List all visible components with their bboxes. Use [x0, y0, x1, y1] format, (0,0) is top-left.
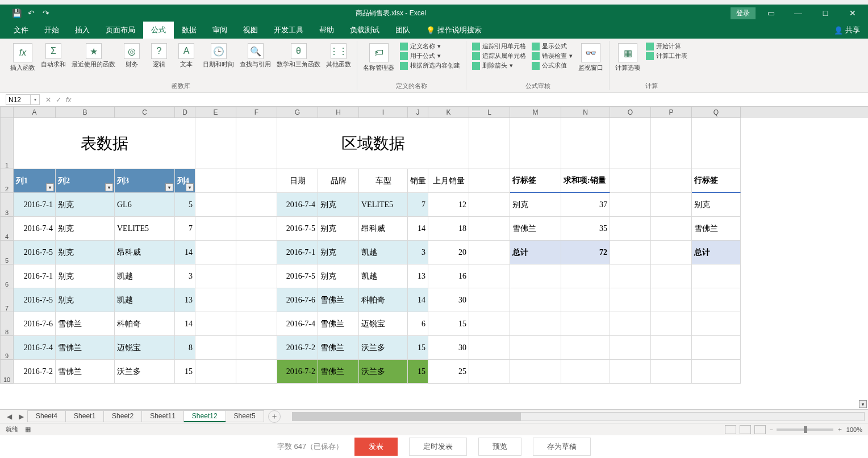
cell-Q6[interactable]: [692, 264, 741, 288]
sheet-nav-left[interactable]: ◀: [3, 413, 15, 421]
t1-brand[interactable]: 别克: [56, 264, 115, 288]
row-header-2[interactable]: 2: [0, 169, 14, 193]
col-header-E[interactable]: E: [195, 107, 236, 118]
formula-input[interactable]: [77, 93, 868, 106]
t1-date[interactable]: 2016-7-6: [14, 312, 56, 336]
t2-brand[interactable]: 雪佛兰: [318, 312, 359, 336]
show-formulas-button[interactable]: 显示公式: [532, 42, 573, 51]
pivot2-label[interactable]: 雪佛兰: [692, 217, 741, 241]
cell-L5[interactable]: [469, 241, 510, 264]
calc-options-button[interactable]: ▦计算选项: [613, 41, 642, 74]
t2-brand[interactable]: 雪佛兰: [318, 288, 359, 312]
heading-region-data[interactable]: 区域数据: [277, 118, 469, 169]
t2-date[interactable]: 2016-7-5: [277, 217, 318, 241]
table1-header-3[interactable]: 列4▾: [175, 169, 195, 193]
cell-P3[interactable]: [651, 193, 692, 217]
t1-brand[interactable]: 别克: [56, 193, 115, 217]
sheet-nav-right[interactable]: ▶: [15, 413, 27, 421]
cell-E3[interactable]: [195, 193, 236, 217]
t2-prev[interactable]: 30: [428, 336, 469, 360]
schedule-button[interactable]: 定时发表: [409, 438, 467, 456]
t1-qty[interactable]: 3: [175, 264, 195, 288]
cell-E6[interactable]: [195, 264, 236, 288]
cell-P5[interactable]: [651, 241, 692, 264]
cell-L7[interactable]: [469, 288, 510, 312]
t2-model[interactable]: 昂科威: [359, 217, 408, 241]
select-all-corner[interactable]: [0, 107, 14, 118]
sheet-tab-Sheet11[interactable]: Sheet11: [141, 410, 184, 422]
cell-Q8[interactable]: [692, 312, 741, 336]
cell-M8[interactable]: [510, 312, 561, 336]
cell-F8[interactable]: [236, 312, 277, 336]
cell-M7[interactable]: [510, 288, 561, 312]
cell-L9[interactable]: [469, 336, 510, 360]
filter-dropdown-icon[interactable]: ▾: [105, 183, 113, 191]
table2-header-3[interactable]: 销量: [408, 169, 428, 193]
t1-model[interactable]: 凯越: [115, 264, 175, 288]
undo-icon[interactable]: ↶: [26, 8, 36, 18]
t2-prev[interactable]: 20: [428, 241, 469, 264]
cell-F9[interactable]: [236, 336, 277, 360]
math-trig-button[interactable]: θ数学和三角函数: [274, 41, 323, 71]
t2-prev[interactable]: 16: [428, 264, 469, 288]
tab-team[interactable]: 团队: [387, 22, 418, 39]
t1-qty[interactable]: 7: [175, 217, 195, 241]
row-header-9[interactable]: 9: [0, 336, 14, 360]
fx-icon-small[interactable]: fx: [66, 96, 71, 104]
col-header-D[interactable]: D: [175, 107, 195, 118]
tab-layout[interactable]: 页面布局: [98, 22, 143, 39]
zoom-level[interactable]: 100%: [846, 426, 862, 433]
t2-brand[interactable]: 别克: [318, 193, 359, 217]
use-in-formula-button[interactable]: 用于公式 ▾: [400, 52, 460, 60]
t1-model[interactable]: 凯越: [115, 288, 175, 312]
pivot1-header-val[interactable]: 求和项:销量: [561, 169, 610, 193]
cell-E7[interactable]: [195, 288, 236, 312]
cell-L10[interactable]: [469, 360, 510, 384]
cell-N6[interactable]: [561, 264, 610, 288]
share-button[interactable]: 👤共享: [826, 22, 868, 39]
evaluate-formula-button[interactable]: 公式求值: [532, 61, 573, 70]
cell-E10[interactable]: [195, 360, 236, 384]
t1-brand[interactable]: 别克: [56, 288, 115, 312]
table2-header-2[interactable]: 车型: [359, 169, 408, 193]
layout-view-button[interactable]: [740, 425, 751, 434]
cell-E5[interactable]: [195, 241, 236, 264]
tab-insert[interactable]: 插入: [67, 22, 98, 39]
cell-M6[interactable]: [510, 264, 561, 288]
t1-date[interactable]: 2016-7-5: [14, 288, 56, 312]
cell-N7[interactable]: [561, 288, 610, 312]
cell-F4[interactable]: [236, 217, 277, 241]
zoom-in-button[interactable]: ＋: [837, 425, 843, 434]
cell-Q9[interactable]: [692, 336, 741, 360]
table2-header-0[interactable]: 日期: [277, 169, 318, 193]
t2-date[interactable]: 2016-7-2: [277, 360, 318, 384]
save-draft-button[interactable]: 存为草稿: [533, 438, 591, 456]
pivot1-label[interactable]: 别克: [510, 193, 561, 217]
login-button[interactable]: 登录: [731, 7, 756, 19]
name-box[interactable]: N12: [6, 94, 31, 105]
cell-N10[interactable]: [561, 360, 610, 384]
t1-brand[interactable]: 雪佛兰: [56, 336, 115, 360]
calc-now-button[interactable]: 开始计算: [646, 42, 687, 51]
t1-qty[interactable]: 13: [175, 288, 195, 312]
cell-F7[interactable]: [236, 288, 277, 312]
cell-E2[interactable]: [195, 169, 236, 193]
t1-brand[interactable]: 雪佛兰: [56, 312, 115, 336]
cancel-icon[interactable]: ✕: [45, 96, 51, 104]
cell-E4[interactable]: [195, 217, 236, 241]
row-header-8[interactable]: 8: [0, 312, 14, 336]
t2-prev[interactable]: 18: [428, 217, 469, 241]
pivot1-value[interactable]: 35: [561, 217, 610, 241]
cell-N8[interactable]: [561, 312, 610, 336]
zoom-slider[interactable]: [777, 428, 833, 431]
cell-N9[interactable]: [561, 336, 610, 360]
t2-brand[interactable]: 别克: [318, 241, 359, 264]
cell-L2[interactable]: [469, 169, 510, 193]
cell-L6[interactable]: [469, 264, 510, 288]
pivot2-total-label[interactable]: 总计: [692, 241, 741, 264]
row-header-4[interactable]: 4: [0, 217, 14, 241]
t2-qty[interactable]: 3: [408, 241, 428, 264]
t1-date[interactable]: 2016-7-4: [14, 336, 56, 360]
t1-brand[interactable]: 别克: [56, 241, 115, 264]
t1-date[interactable]: 2016-7-1: [14, 264, 56, 288]
